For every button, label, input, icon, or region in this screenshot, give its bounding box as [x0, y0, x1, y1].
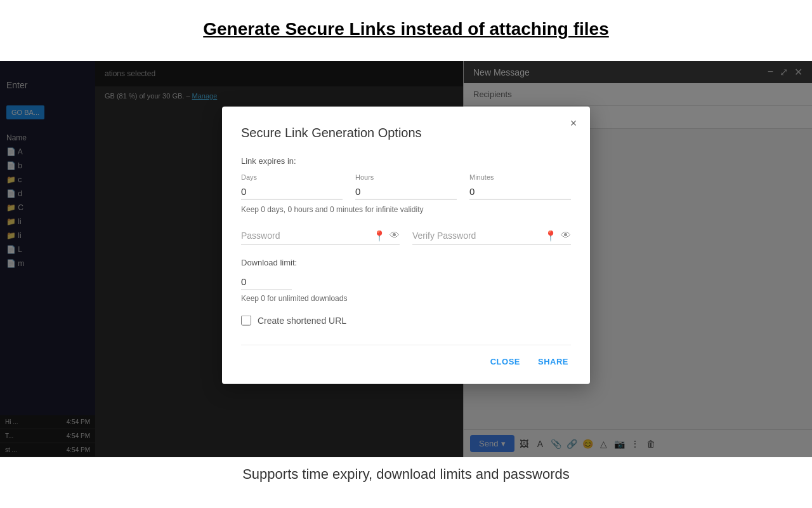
close-button[interactable]: CLOSE — [488, 352, 523, 371]
verify-visibility-icon[interactable]: 👁 — [561, 230, 571, 241]
days-field: Days — [241, 173, 343, 200]
modal-footer: CLOSE SHARE — [241, 345, 571, 371]
hours-input[interactable] — [355, 184, 457, 200]
minutes-field: Minutes — [469, 173, 571, 200]
days-input[interactable] — [241, 184, 343, 200]
background-area: Enter GO BA... Name 📄 A 📄 b 📁 c 📄 d 📁 C … — [0, 61, 812, 457]
minutes-input[interactable] — [469, 184, 571, 200]
download-limit-label: Download limit: — [241, 258, 571, 267]
download-hint: Keep 0 for unlimited downloads — [241, 294, 571, 303]
page-title: Generate Secure Links instead of attachi… — [0, 19, 812, 39]
download-limit-input[interactable] — [241, 274, 292, 290]
expiry-row: Days Hours Minutes — [241, 173, 571, 200]
password-field: 📍 👁 — [241, 227, 400, 245]
share-button[interactable]: SHARE — [535, 352, 571, 371]
modal-title: Secure Link Generation Options — [241, 126, 571, 140]
days-label: Days — [241, 173, 343, 181]
password-pin-icon[interactable]: 📍 — [373, 229, 386, 241]
link-expires-label: Link expires in: — [241, 156, 571, 166]
top-heading-area: Generate Secure Links instead of attachi… — [0, 0, 812, 52]
shortened-url-label: Create shortened URL — [258, 316, 346, 326]
verify-password-input[interactable] — [412, 227, 544, 244]
verify-pin-icon[interactable]: 📍 — [544, 229, 557, 241]
shortened-url-checkbox[interactable] — [241, 316, 251, 326]
expiry-hint: Keep 0 days, 0 hours and 0 minutes for i… — [241, 205, 571, 214]
password-input[interactable] — [241, 227, 373, 244]
modal-close-x-button[interactable]: × — [565, 114, 582, 132]
hours-field: Hours — [355, 173, 457, 200]
password-field-icons: 📍 👁 — [373, 229, 400, 241]
password-row: 📍 👁 📍 👁 — [241, 227, 571, 245]
password-visibility-icon[interactable]: 👁 — [390, 230, 400, 241]
secure-link-modal: × Secure Link Generation Options Link ex… — [222, 107, 590, 384]
bottom-caption-text: Supports time expiry, download limits an… — [242, 466, 570, 482]
bottom-caption: Supports time expiry, download limits an… — [0, 460, 812, 489]
verify-password-field: 📍 👁 — [412, 227, 571, 245]
hours-label: Hours — [355, 173, 457, 181]
shortened-url-row: Create shortened URL — [241, 316, 571, 326]
download-section: Download limit: Keep 0 for unlimited dow… — [241, 258, 571, 303]
verify-password-icons: 📍 👁 — [544, 229, 571, 241]
minutes-label: Minutes — [469, 173, 571, 181]
